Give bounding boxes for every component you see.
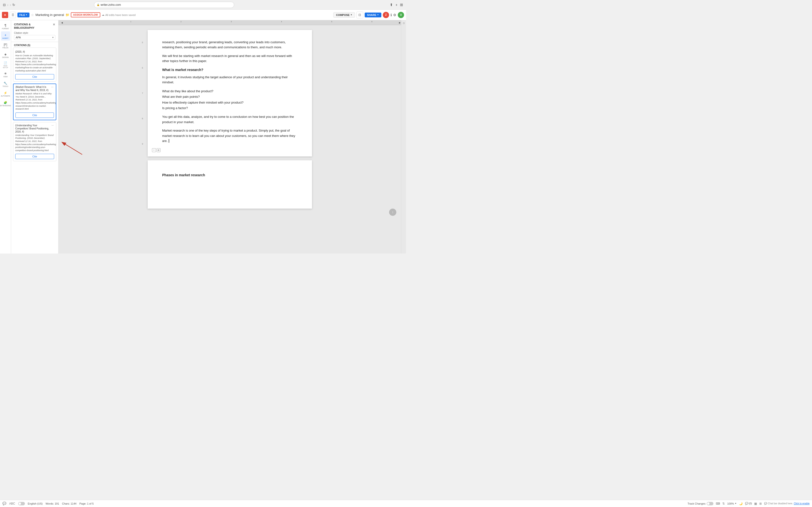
citation-style-select[interactable]: APA [14, 35, 55, 40]
cursor [168, 139, 169, 143]
scroll-to-top-button[interactable]: ↑ [389, 209, 396, 216]
autosave-text: All edits have been saved [105, 13, 136, 16]
automate-icon: ⚡ [4, 91, 7, 95]
format-label: FORMAT [2, 28, 9, 30]
file-label: FILE [19, 13, 25, 16]
heading-phases: Phases in market research [162, 172, 298, 178]
extensions-label: EXTENSIONS [0, 105, 11, 107]
margin-mark-5: 5 [142, 41, 143, 44]
design-label: DESIGN [2, 56, 9, 58]
folder-button[interactable]: 📁 [65, 13, 69, 17]
style-label: Citation style: [14, 32, 55, 34]
ruler-mark-2: 2 [181, 21, 182, 22]
citation-3-header: (Understanding Your Competitors' Brand P… [13, 122, 56, 134]
close-button[interactable]: ✕ [2, 12, 8, 18]
share-label: SHARE [367, 13, 376, 16]
sidebar-item-insert[interactable]: + INSERT [1, 32, 10, 41]
panel-header: CITATIONS & BIBLIOGRAPHY ✕ [11, 20, 58, 31]
share-page-btn[interactable]: ⬆ [390, 3, 393, 7]
ruler-marks: 1 2 3 4 5 6 [63, 20, 398, 25]
citation-3-ref: (Understanding Your Competitors' Brand P… [15, 124, 51, 133]
paragraph-5: Market research is one of the key steps … [162, 128, 298, 144]
info-button[interactable]: ℹ [391, 13, 392, 17]
nav-refresh[interactable]: ↻ [12, 3, 15, 7]
sidebar-item-format[interactable]: ¶ FORMAT [1, 22, 10, 31]
fields-label: FIELDS [2, 47, 8, 49]
panel-title: CITATIONS & BIBLIOGRAPHY [14, 23, 34, 30]
address-bar[interactable]: 🔒 writer.zoho.com [94, 2, 234, 8]
citation-item-1: (2020, #) How to Create an Actionable Ma… [13, 48, 56, 82]
sidebar-item-design[interactable]: ◈ DESIGN [1, 51, 10, 60]
view-icon: 👁 [4, 72, 7, 75]
new-tab-btn[interactable]: + [395, 3, 398, 7]
sidebar-item-extensions[interactable]: 🧩 EXTENSIONS [1, 99, 10, 108]
citation-1-ref: (2020, #) [15, 50, 25, 53]
nav-forward[interactable]: › [10, 3, 11, 7]
citations-panel: CITATIONS & BIBLIOGRAPHY ✕ Citation styl… [11, 20, 58, 253]
browser-controls: ⊟ ‹ › ↻ [3, 3, 15, 7]
margin-mark-9: 9 [142, 142, 143, 146]
page-1: 5 6 7 8 9 research, positioning your bra… [148, 30, 312, 157]
citation-2-text: Market Research: What It Is and Why You … [13, 92, 56, 112]
extensions-btn[interactable]: ⊞ [400, 3, 403, 7]
table-hint-plus-icon: + [152, 148, 156, 152]
browser-actions: ⬆ + ⊞ [390, 3, 403, 7]
citation-item-2: (Market Research: What It Is and Why You… [13, 83, 56, 120]
compose-button[interactable]: COMPOSE ▼ [333, 12, 355, 18]
assign-workflow-button[interactable]: ASSIGN WORKFLOW [71, 12, 100, 17]
doc-scroll-area[interactable]: 5 6 7 8 9 research, positioning your bra… [58, 25, 401, 253]
citation-1-header: (2020, #) [13, 48, 56, 54]
ruler-mark-6: 6 [371, 21, 372, 22]
question-4: Is pricing a factor? [162, 105, 298, 111]
citation-style-section: Citation style: APA ▼ [11, 31, 58, 42]
sidebar-item-tools[interactable]: 🔧 TOOLS [1, 80, 10, 89]
citation-2-ref: (Market Research: What It Is and Why You… [15, 86, 51, 92]
close-panel-button[interactable]: ✕ [53, 23, 55, 26]
table-insert-hint[interactable]: + ⊞ [152, 148, 160, 152]
automate-label: AUTOMATE [1, 95, 10, 97]
cite-button-3[interactable]: Cite [15, 154, 54, 159]
sidebar-item-automate[interactable]: ⚡ AUTOMATE [1, 89, 10, 99]
citation-3-menu-button[interactable]: ··· [51, 124, 54, 127]
cloud-icon: ☁ [102, 13, 104, 16]
star-button[interactable]: ☆ [31, 13, 34, 17]
tools-icon: 🔧 [4, 81, 7, 85]
user-avatar[interactable]: U [398, 12, 404, 18]
table-hint-grid-icon: ⊞ [157, 148, 160, 152]
ruler-right-arrow[interactable]: ▶ [398, 21, 401, 24]
paragraph-4: You get all this data, analyze, and try … [162, 114, 298, 125]
ruler-mark-5: 5 [331, 21, 332, 22]
ruler-left-arrow[interactable]: ◀ [60, 21, 63, 24]
view-toggle-button[interactable]: ⊡ [356, 12, 363, 18]
citation-2-menu-button[interactable]: ··· [51, 86, 54, 89]
sidebar-toggle-browser[interactable]: ⊟ [3, 3, 6, 7]
file-button[interactable]: FILE ▼ [17, 12, 30, 17]
settings-button[interactable]: ⚙ [393, 13, 396, 17]
doc-title: Marketing in general [36, 13, 64, 17]
bullet-questions: What do they like about the product? Wha… [162, 89, 298, 111]
page-2: Phases in market research [148, 160, 312, 209]
question-2: What are their pain points? [162, 94, 298, 100]
browser-chrome: ⊟ ‹ › ↻ 🔒 writer.zoho.com ⬆ + ⊞ [0, 0, 406, 10]
main-layout: ¶ FORMAT + INSERT [F] FIELDS ◈ DESIGN 📄 … [0, 20, 406, 253]
lock-icon: 🔒 [97, 3, 100, 6]
citation-3-text: Understanding Your Competitors' Brand Po… [13, 134, 56, 153]
cite-button-2[interactable]: Cite [15, 113, 54, 118]
sidebar-item-fields[interactable]: [F] FIELDS [1, 41, 10, 50]
nav-back[interactable]: ‹ [7, 3, 8, 7]
sidebar-item-page-setup[interactable]: 📄 PAGESET-UP [1, 60, 10, 69]
insert-label: INSERT [2, 38, 9, 39]
zoho-logo: Z [383, 12, 389, 18]
cite-button-1[interactable]: Cite [15, 74, 54, 79]
heading-market-research: What is market research? [162, 67, 298, 73]
tools-label: TOOLS [3, 86, 8, 87]
fields-icon: [F] [4, 43, 7, 46]
share-button[interactable]: SHARE ▼ [365, 12, 382, 17]
citations-list: (2020, #) How to Create an Actionable Ma… [11, 48, 58, 253]
margin-mark-8: 8 [142, 117, 143, 120]
icon-sidebar: ¶ FORMAT + INSERT [F] FIELDS ◈ DESIGN 📄 … [0, 20, 11, 253]
page-setup-icon: 📄 [4, 61, 7, 65]
right-sidebar: ⊡ [401, 20, 406, 253]
sidebar-toggle-app[interactable]: ☰ [10, 12, 16, 18]
sidebar-item-view[interactable]: 👁 VIEW [1, 70, 10, 79]
